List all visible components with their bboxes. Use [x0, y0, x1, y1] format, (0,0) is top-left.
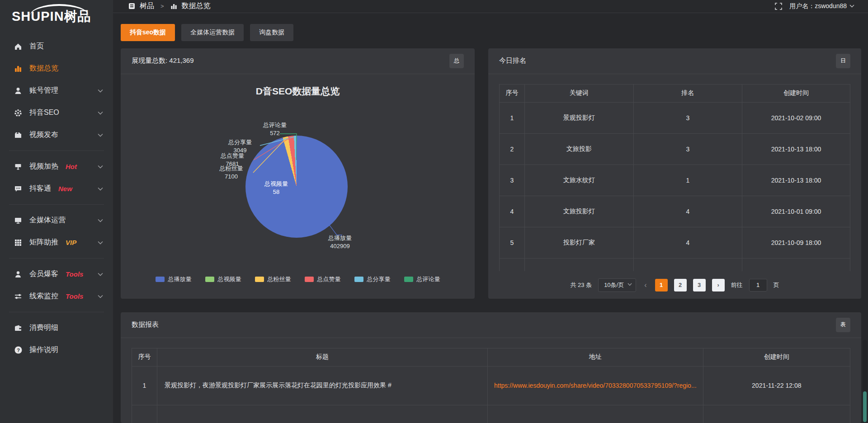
table-header-row: 序号 标题 地址 创建时间: [132, 348, 850, 366]
goto-label: 前往: [731, 281, 743, 289]
table-row[interactable]: 2文旅投影 32021-10-13 18:00: [500, 133, 850, 164]
tab-douyin-seo-data[interactable]: 抖音seo数据: [121, 24, 175, 41]
nav-divider: [9, 204, 104, 205]
sidebar-item-douyin-seo[interactable]: 抖音SEO: [0, 102, 113, 124]
ranking-table: 序号 关键词 排名 创建时间 1景观投影灯 32021-: [499, 84, 850, 271]
prev-page-button[interactable]: ‹: [642, 281, 648, 289]
sidebar-item-label: 会员爆客: [29, 269, 58, 279]
legend-chip: [205, 277, 214, 282]
breadcrumb-chart-icon: [170, 3, 177, 9]
main-column: 树品 > 数据总览 用户名：zswodun88 抖音seo数据: [113, 0, 868, 423]
nav-divider: [9, 312, 104, 312]
sidebar-item-lead-monitor[interactable]: 线索监控 Tools: [0, 285, 113, 307]
pie-label-videos: 总视频量58: [255, 180, 298, 197]
page-scrollbar[interactable]: [863, 340, 867, 423]
monitor-icon: [14, 216, 23, 225]
ranking-panel: 今日排名 日 序号 关键词 排名: [488, 48, 861, 299]
sidebar-item-label: 全媒体运营: [29, 216, 66, 225]
sidebar-item-home[interactable]: 首页: [0, 35, 113, 57]
legend-item[interactable]: 总评论量: [404, 275, 440, 283]
hot-badge: Hot: [66, 163, 77, 170]
fullscreen-icon[interactable]: [775, 3, 782, 10]
sidebar-item-label: 抖客通: [29, 184, 51, 193]
tab-bar: 抖音seo数据 全媒体运营数据 询盘数据: [121, 24, 861, 41]
tab-inquiry-data[interactable]: 询盘数据: [250, 24, 293, 41]
username-dropdown[interactable]: 用户名：zswodun88: [789, 2, 854, 10]
chevron-down-icon: [849, 5, 854, 8]
vip-badge: VIP: [66, 239, 76, 246]
sidebar-item-account[interactable]: 账号管理: [0, 80, 113, 102]
chevron-down-icon: [98, 165, 103, 169]
goto-page-input[interactable]: [749, 279, 767, 291]
sidebar-item-label: 消费明细: [29, 323, 58, 333]
sidebar-item-media-operation[interactable]: 全媒体运营: [0, 209, 113, 231]
ranking-panel-title: 今日排名: [499, 56, 526, 65]
page-button-1[interactable]: 1: [655, 279, 668, 291]
nav-divider: [9, 150, 104, 151]
sidebar-item-label: 视频加热: [29, 162, 58, 171]
legend-chip: [305, 277, 314, 282]
sidebar-item-label: 抖音SEO: [29, 108, 59, 118]
scrollbar-thumb[interactable]: [863, 391, 867, 422]
sidebar-item-video-publish[interactable]: 视频发布: [0, 124, 113, 146]
home-icon: [14, 42, 23, 51]
logo-arc-decoration: [30, 4, 89, 16]
pie-label-fans: 总粉丝量7100: [210, 164, 252, 182]
video-link[interactable]: https://www.iesdouyin.com/share/video/70…: [494, 382, 697, 389]
member-icon: [14, 270, 23, 279]
sidebar-item-label: 账号管理: [29, 86, 58, 95]
table-row[interactable]: 3文旅水纹灯 12021-10-13 18:00: [500, 164, 850, 196]
sidebar-item-data-overview[interactable]: 数据总览: [0, 57, 113, 80]
day-toggle-button[interactable]: 日: [836, 54, 850, 68]
sidebar-item-help[interactable]: ? 操作说明: [0, 339, 113, 361]
sliders-icon: [14, 292, 23, 301]
breadcrumb-root[interactable]: 树品: [140, 1, 154, 11]
sidebar: SHUPIN树品 首页 数据总览 账号管理: [0, 0, 113, 423]
content-area: 抖音seo数据 全媒体运营数据 询盘数据 展现量总数: 421,369 总 D音…: [113, 13, 868, 423]
username-text: 用户名：zswodun88: [789, 2, 847, 10]
pagination-total: 共 23 条: [570, 281, 592, 289]
report-panel: 数据报表 表 序号 标题 地址 创建时间: [121, 312, 861, 423]
sidebar-item-label: 矩阵助推: [29, 238, 58, 247]
bar-chart-icon: [14, 64, 23, 73]
chevron-down-icon: [98, 219, 103, 222]
page-button-3[interactable]: 3: [693, 279, 706, 291]
legend-item[interactable]: 总播放量: [156, 275, 192, 283]
sidebar-nav: 首页 数据总览 账号管理 抖音: [0, 29, 113, 361]
page-size-select[interactable]: 10条/页: [598, 278, 636, 292]
table-row-clipped: [500, 258, 850, 271]
sidebar-item-matrix-boost[interactable]: 矩阵助推 VIP: [0, 231, 113, 254]
next-page-button[interactable]: ›: [712, 279, 725, 291]
sidebar-item-consumption-detail[interactable]: 消费明细: [0, 317, 113, 339]
legend-item[interactable]: 总分享量: [354, 275, 391, 283]
sidebar-item-doukertong[interactable]: 抖客通 New: [0, 178, 113, 200]
report-panel-title: 数据报表: [132, 320, 159, 329]
chart-title: D音SEO数据量总览: [121, 85, 475, 98]
chat-icon: [14, 184, 23, 193]
table-toggle-button[interactable]: 表: [836, 318, 850, 332]
legend-item[interactable]: 总点赞量: [305, 275, 341, 283]
user-area: 用户名：zswodun88: [775, 2, 854, 10]
tab-media-operation-data[interactable]: 全媒体运营数据: [181, 24, 244, 41]
report-table: 序号 标题 地址 创建时间 1 景观投影灯，夜游景观投影灯厂家展示展示落花灯在花…: [132, 348, 850, 423]
page-button-2[interactable]: 2: [674, 279, 687, 291]
help-icon: ?: [14, 346, 23, 355]
chevron-down-icon: [98, 187, 103, 191]
table-row[interactable]: 5投影灯厂家 42021-10-09 18:00: [500, 227, 850, 258]
goto-unit-label: 页: [774, 281, 779, 289]
legend-item[interactable]: 总粉丝量: [255, 275, 291, 283]
table-row[interactable]: 1景观投影灯 32021-10-02 09:00: [500, 102, 850, 133]
pagination: 共 23 条 10条/页 ‹ 1 2 3 ›: [499, 278, 850, 292]
sidebar-item-label: 线索监控: [29, 291, 58, 301]
sidebar-item-member-blast[interactable]: 会员爆客 Tools: [0, 263, 113, 285]
table-row[interactable]: 1 景观投影灯，夜游景观投影灯厂家展示展示落花灯在花园里的灯光投影应用效果 # …: [132, 366, 850, 405]
nav-divider: [9, 258, 104, 258]
legend-item[interactable]: 总视频量: [205, 275, 241, 283]
sidebar-item-video-heat[interactable]: 视频加热 Hot: [0, 155, 113, 178]
table-row[interactable]: 4文旅投影灯 42021-10-01 09:00: [500, 196, 850, 227]
total-toggle-button[interactable]: 总: [449, 54, 464, 68]
pie-label-comments: 总评论量572: [255, 121, 295, 138]
overview-panel-title: 展现量总数: 421,369: [132, 56, 194, 65]
video-icon: [14, 131, 23, 140]
sidebar-item-label: 首页: [29, 42, 44, 51]
